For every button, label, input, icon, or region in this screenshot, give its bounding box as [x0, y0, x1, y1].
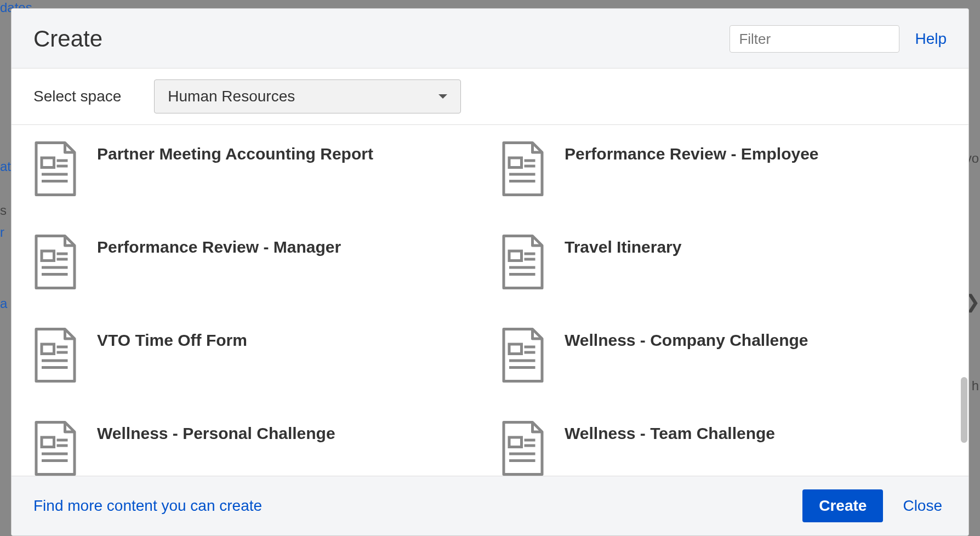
template-item[interactable]: Partner Meeting Accounting Report	[33, 141, 479, 202]
select-space-label: Select space	[33, 88, 121, 105]
backdrop-text: h	[972, 378, 979, 394]
document-icon	[501, 328, 545, 383]
template-title: Wellness - Team Challenge	[565, 421, 775, 443]
template-list: Partner Meeting Accounting ReportPerform…	[12, 125, 968, 476]
close-button[interactable]: Close	[898, 489, 947, 522]
document-icon	[33, 421, 77, 476]
backdrop-text: s	[0, 203, 7, 218]
space-select-value: Human Resources	[168, 88, 295, 105]
template-item[interactable]: Wellness - Company Challenge	[501, 328, 947, 388]
document-icon	[501, 421, 545, 476]
backdrop-text: a	[0, 296, 7, 311]
template-title: Wellness - Company Challenge	[565, 328, 808, 350]
document-icon	[33, 328, 77, 383]
template-title: VTO Time Off Form	[97, 328, 247, 350]
template-title: Wellness - Personal Challenge	[97, 421, 335, 443]
space-selector-bar: Select space Human Resources	[12, 69, 968, 125]
template-item[interactable]: Travel Itinerary	[501, 235, 947, 295]
document-icon	[33, 235, 77, 289]
scrollbar-thumb[interactable]	[961, 377, 967, 443]
template-title: Travel Itinerary	[565, 235, 681, 256]
chevron-down-icon	[438, 94, 447, 99]
template-title: Performance Review - Manager	[97, 235, 341, 256]
filter-input[interactable]	[730, 25, 899, 53]
create-button[interactable]: Create	[802, 489, 883, 522]
dialog-title: Create	[33, 26, 730, 52]
template-item[interactable]: Wellness - Team Challenge	[501, 421, 947, 476]
help-link[interactable]: Help	[915, 30, 947, 48]
backdrop-text: r	[0, 225, 4, 240]
document-icon	[501, 235, 545, 289]
document-icon	[33, 141, 77, 196]
template-title: Partner Meeting Accounting Report	[97, 141, 373, 163]
template-item[interactable]: Performance Review - Employee	[501, 141, 947, 202]
dialog-footer: Find more content you can create Create …	[12, 476, 968, 535]
find-more-link[interactable]: Find more content you can create	[33, 497, 802, 515]
template-item[interactable]: VTO Time Off Form	[33, 328, 479, 388]
document-icon	[501, 141, 545, 196]
space-select[interactable]: Human Resources	[154, 79, 461, 113]
backdrop-text: at	[0, 159, 11, 174]
template-item[interactable]: Performance Review - Manager	[33, 235, 479, 295]
template-item[interactable]: Wellness - Personal Challenge	[33, 421, 479, 476]
template-title: Performance Review - Employee	[565, 141, 819, 163]
create-dialog: Create Help Select space Human Resources…	[11, 8, 969, 536]
dialog-header: Create Help	[12, 9, 968, 69]
